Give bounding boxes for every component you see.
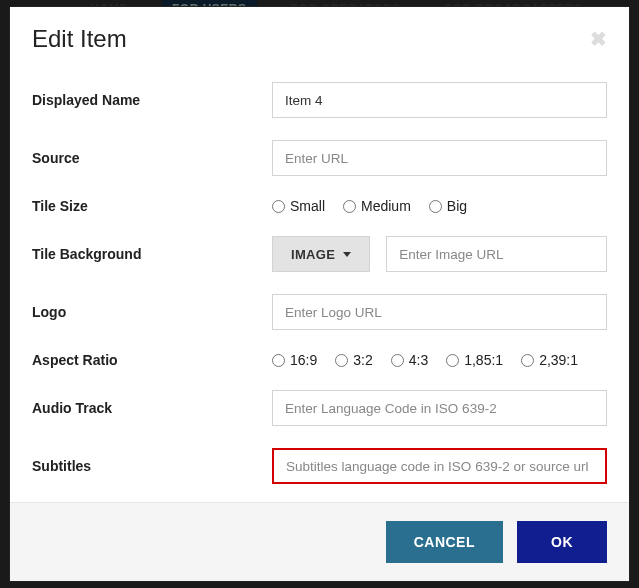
aspect-1-85-1-radio[interactable] (446, 354, 459, 367)
tile-size-medium-radio[interactable] (343, 200, 356, 213)
tile-size-big[interactable]: Big (429, 198, 467, 214)
tile-size-big-radio[interactable] (429, 200, 442, 213)
aspect-16-9-radio[interactable] (272, 354, 285, 367)
modal-backdrop: Edit Item ✖ Displayed Name Source Tile S… (0, 0, 639, 588)
bg-type-dropdown[interactable]: IMAGE (272, 236, 370, 272)
label-subtitles: Subtitles (32, 458, 272, 474)
aspect-3-2[interactable]: 3:2 (335, 352, 372, 368)
label-source: Source (32, 150, 272, 166)
aspect-2-39-1-label: 2,39:1 (539, 352, 578, 368)
modal-title: Edit Item (32, 25, 127, 53)
modal-body: Displayed Name Source Tile Size Small (10, 67, 629, 502)
bg-type-value: IMAGE (291, 247, 335, 262)
label-tile-background: Tile Background (32, 246, 272, 262)
displayed-name-input[interactable] (272, 82, 607, 118)
tile-size-medium-label: Medium (361, 198, 411, 214)
tile-size-small-label: Small (290, 198, 325, 214)
tile-size-medium[interactable]: Medium (343, 198, 411, 214)
audio-track-input[interactable] (272, 390, 607, 426)
aspect-16-9-label: 16:9 (290, 352, 317, 368)
aspect-1-85-1[interactable]: 1,85:1 (446, 352, 503, 368)
label-displayed-name: Displayed Name (32, 92, 272, 108)
label-logo: Logo (32, 304, 272, 320)
aspect-1-85-1-label: 1,85:1 (464, 352, 503, 368)
row-source: Source (32, 129, 607, 187)
row-tile-background: Tile Background IMAGE (32, 225, 607, 283)
subtitles-input[interactable] (272, 448, 607, 484)
label-aspect-ratio: Aspect Ratio (32, 352, 272, 368)
aspect-3-2-label: 3:2 (353, 352, 372, 368)
logo-url-input[interactable] (272, 294, 607, 330)
edit-item-modal: Edit Item ✖ Displayed Name Source Tile S… (9, 6, 630, 582)
chevron-down-icon (343, 252, 351, 257)
aspect-4-3[interactable]: 4:3 (391, 352, 428, 368)
label-tile-size: Tile Size (32, 198, 272, 214)
bg-image-url-input[interactable] (386, 236, 607, 272)
aspect-4-3-radio[interactable] (391, 354, 404, 367)
tile-size-small[interactable]: Small (272, 198, 325, 214)
row-logo: Logo (32, 283, 607, 341)
label-audio-track: Audio Track (32, 400, 272, 416)
row-aspect-ratio: Aspect Ratio 16:9 3:2 4:3 (32, 341, 607, 379)
aspect-2-39-1[interactable]: 2,39:1 (521, 352, 578, 368)
tile-size-big-label: Big (447, 198, 467, 214)
modal-header: Edit Item ✖ (10, 7, 629, 67)
close-icon[interactable]: ✖ (590, 29, 607, 49)
row-tile-size: Tile Size Small Medium Big (32, 187, 607, 225)
row-displayed-name: Displayed Name (32, 71, 607, 129)
row-subtitles: Subtitles (32, 437, 607, 495)
tile-size-small-radio[interactable] (272, 200, 285, 213)
modal-footer: CANCEL OK (10, 502, 629, 581)
ok-button[interactable]: OK (517, 521, 607, 563)
aspect-16-9[interactable]: 16:9 (272, 352, 317, 368)
source-input[interactable] (272, 140, 607, 176)
row-audio-track: Audio Track (32, 379, 607, 437)
cancel-button[interactable]: CANCEL (386, 521, 503, 563)
aspect-3-2-radio[interactable] (335, 354, 348, 367)
aspect-2-39-1-radio[interactable] (521, 354, 534, 367)
aspect-4-3-label: 4:3 (409, 352, 428, 368)
